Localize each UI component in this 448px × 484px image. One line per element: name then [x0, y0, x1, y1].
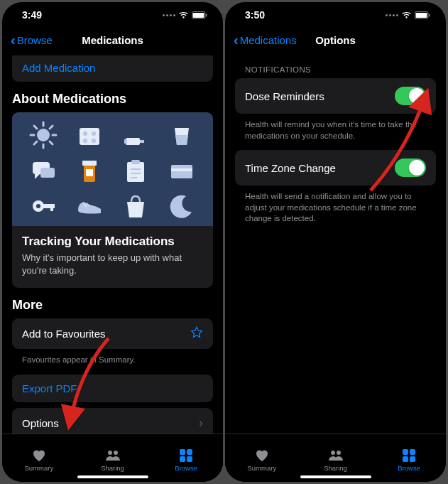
favourites-label: Add to Favourites: [22, 328, 106, 340]
add-medication-label: Add Medication: [22, 62, 95, 74]
svg-rect-30: [171, 165, 192, 178]
tab-sharing-label: Sharing: [324, 464, 347, 472]
tab-sharing[interactable]: Sharing: [299, 434, 373, 482]
export-pdf-label: Export PDF: [22, 382, 77, 394]
tracking-card-image: [12, 112, 213, 226]
grid-icon: [178, 448, 194, 463]
bag-icon: [120, 190, 151, 222]
dose-reminders-toggle[interactable]: [395, 87, 426, 105]
nav-back-button[interactable]: ‹ Browse: [11, 32, 53, 48]
chevron-left-icon: ‹: [11, 32, 16, 48]
svg-rect-43: [187, 456, 192, 462]
phone-right-options: 3:50 ‹ Medications Options NOTIFICATIONS…: [225, 2, 446, 482]
tube-icon: [120, 119, 151, 151]
sun-icon: [28, 119, 59, 151]
status-indicators: [386, 11, 430, 19]
svg-point-48: [331, 451, 335, 455]
nav-title: Medications: [82, 34, 143, 46]
svg-line-11: [34, 141, 37, 144]
grid-icon: [401, 448, 417, 463]
home-indicator[interactable]: [300, 475, 371, 478]
timezone-label: Time Zone Change: [245, 162, 336, 174]
pill-bottle-icon: [74, 155, 105, 186]
notifications-header: NOTIFICATIONS: [235, 55, 436, 78]
tab-summary[interactable]: Summary: [2, 434, 76, 482]
clipboard-icon: [120, 155, 151, 186]
timezone-toggle[interactable]: [395, 158, 426, 177]
wifi-icon: [401, 11, 412, 19]
svg-rect-50: [403, 449, 408, 455]
tab-sharing[interactable]: Sharing: [76, 434, 150, 482]
cup-icon: [166, 119, 197, 151]
tab-sharing-label: Sharing: [101, 464, 124, 472]
export-pdf-button[interactable]: Export PDF: [12, 375, 213, 402]
svg-rect-42: [180, 456, 185, 462]
battery-icon: [415, 11, 430, 19]
tab-bar: Summary Sharing Browse: [225, 434, 446, 482]
svg-rect-31: [171, 168, 192, 171]
tab-summary-label: Summary: [25, 464, 54, 472]
card-icon: [166, 155, 197, 186]
chevron-left-icon: ‹: [234, 32, 239, 48]
content-area: Add Medication About Medications Trackin…: [2, 55, 223, 434]
svg-rect-23: [82, 161, 97, 166]
svg-line-10: [50, 126, 53, 129]
home-indicator[interactable]: [77, 475, 148, 478]
add-to-favourites-button[interactable]: Add to Favourites: [12, 318, 213, 349]
battery-icon: [192, 11, 207, 19]
heart-icon: [254, 448, 270, 463]
nav-bar: ‹ Medications Options: [225, 28, 446, 55]
tab-summary[interactable]: Summary: [225, 434, 299, 482]
timezone-footer: Health will send a notification and allo…: [235, 191, 436, 233]
svg-rect-18: [124, 139, 127, 144]
nav-title: Options: [315, 34, 356, 46]
svg-rect-47: [429, 14, 430, 16]
svg-rect-51: [410, 449, 415, 455]
pill-pack-icon: [74, 119, 105, 151]
moon-icon: [166, 190, 197, 222]
svg-line-9: [50, 141, 53, 144]
svg-rect-53: [410, 456, 415, 462]
svg-rect-17: [126, 138, 140, 145]
wifi-icon: [178, 11, 189, 19]
nav-back-button[interactable]: ‹ Medications: [234, 32, 297, 48]
svg-point-13: [83, 131, 87, 136]
svg-point-15: [83, 139, 87, 143]
svg-rect-24: [86, 169, 93, 176]
star-icon: [190, 326, 203, 341]
svg-rect-12: [80, 128, 99, 145]
options-button[interactable]: Options ›: [12, 408, 213, 434]
svg-rect-40: [180, 449, 185, 455]
status-bar: 3:50: [225, 2, 446, 28]
tab-browse-label: Browse: [175, 464, 197, 472]
tab-browse[interactable]: Browse: [149, 434, 223, 482]
card-title: Tracking Your Medications: [22, 235, 203, 249]
svg-rect-1: [193, 13, 204, 18]
svg-rect-46: [416, 13, 427, 18]
svg-rect-2: [206, 14, 207, 16]
svg-rect-35: [50, 204, 53, 211]
timezone-row: Time Zone Change: [235, 150, 436, 185]
tab-summary-label: Summary: [248, 464, 277, 472]
svg-point-16: [92, 139, 96, 143]
favourites-footer: Favourites appear in Summary.: [12, 355, 213, 375]
svg-rect-52: [403, 456, 408, 462]
card-subtitle: Why it's important to keep up with what …: [22, 252, 203, 276]
svg-rect-19: [140, 140, 144, 143]
nav-bar: ‹ Browse Medications: [2, 28, 223, 55]
chevron-right-icon: ›: [199, 416, 203, 431]
svg-rect-21: [40, 168, 55, 178]
status-indicators: [163, 11, 207, 19]
dose-reminders-footer: Health will remind you when it's time to…: [235, 119, 436, 150]
more-section-title: More: [12, 298, 213, 313]
tracking-card[interactable]: Tracking Your Medications Why it's impor…: [12, 112, 213, 288]
heart-icon: [31, 448, 47, 463]
status-bar: 3:49: [2, 2, 223, 28]
tab-bar: Summary Sharing Browse: [2, 434, 223, 482]
svg-point-3: [37, 129, 50, 141]
svg-line-8: [34, 126, 37, 129]
tab-browse-label: Browse: [398, 464, 420, 472]
svg-point-38: [108, 451, 112, 455]
tab-browse[interactable]: Browse: [372, 434, 446, 482]
add-medication-button[interactable]: Add Medication: [12, 55, 213, 82]
